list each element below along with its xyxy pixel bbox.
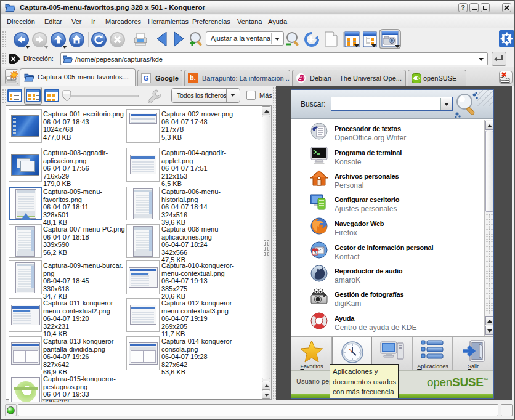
svg-text:3: 3 [314, 250, 317, 256]
